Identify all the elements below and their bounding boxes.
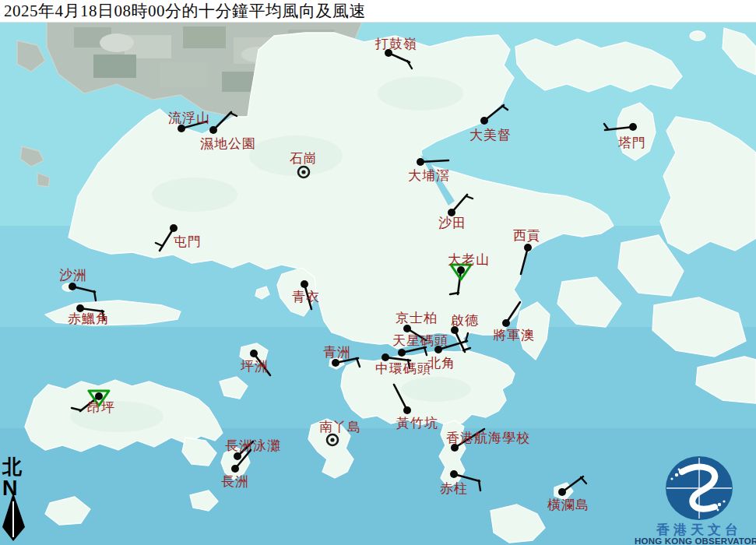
station-label: 沙洲 bbox=[59, 267, 87, 283]
station-dot bbox=[558, 488, 566, 496]
station-label: 坪洲 bbox=[241, 358, 269, 374]
station-label: 將軍澳 bbox=[493, 327, 535, 343]
station-label: 西貢 bbox=[513, 227, 541, 243]
station-label: 大美督 bbox=[469, 127, 512, 142]
map-title: 2025年4月18日08時00分的十分鐘平均風向及風速 bbox=[0, 0, 756, 22]
station-label: 長洲 bbox=[221, 473, 249, 489]
station-label: 赤鱲角 bbox=[68, 311, 110, 326]
station-label: 北角 bbox=[427, 355, 455, 371]
hong-kong-map[interactable]: 打鼓嶺流浮山濕地公園石崗大美督塔門大埔滘沙田屯門西貢沙洲大老山赤鱲角青衣京士柏啟… bbox=[0, 0, 756, 545]
station-label: 香港航海學校 bbox=[446, 430, 530, 445]
station-label: 昂坪 bbox=[87, 399, 115, 415]
station-dot bbox=[69, 283, 76, 290]
station-dot bbox=[332, 359, 339, 367]
station-label: 橫瀾島 bbox=[547, 497, 589, 512]
station-label: 流浮山 bbox=[168, 110, 210, 125]
north-label-n: N bbox=[2, 476, 18, 500]
station-label: 屯門 bbox=[174, 234, 202, 249]
station-label: 赤柱 bbox=[440, 480, 468, 496]
station-dot bbox=[480, 117, 488, 125]
station-label: 沙田 bbox=[438, 215, 466, 230]
station-label: 長洲泳灘 bbox=[225, 438, 281, 453]
station-label: 南丫島 bbox=[319, 419, 361, 434]
station-dot bbox=[629, 123, 637, 131]
station-label: 黃竹坑 bbox=[396, 415, 438, 431]
station-dot bbox=[250, 350, 258, 357]
north-label-zh: 北 bbox=[2, 455, 23, 478]
station-label: 青衣 bbox=[292, 289, 320, 304]
station-label: 塔門 bbox=[617, 135, 646, 150]
station-dot bbox=[434, 346, 442, 353]
station-label: 天星碼頭 bbox=[392, 332, 448, 348]
station-label: 大老山 bbox=[448, 251, 490, 267]
station-dot bbox=[417, 158, 424, 166]
station-dot bbox=[170, 224, 178, 232]
wind-map-screen: 打鼓嶺流浮山濕地公園石崗大美督塔門大埔滘沙田屯門西貢沙洲大老山赤鱲角青衣京士柏啟… bbox=[0, 0, 756, 545]
station-dot bbox=[403, 325, 411, 332]
station-dot bbox=[524, 244, 532, 251]
station-dot bbox=[178, 125, 185, 132]
title-bar: 2025年4月18日08時00分的十分鐘平均風向及風速 bbox=[0, 0, 756, 23]
station-dot bbox=[403, 406, 411, 414]
station-label: 啟德 bbox=[451, 312, 479, 328]
station-dot bbox=[231, 465, 239, 473]
station-label: 打鼓嶺 bbox=[374, 36, 417, 51]
station-label: 石崗 bbox=[290, 150, 318, 166]
logo-text-zh: 香港天文台 bbox=[656, 522, 742, 537]
station-label: 中環碼頭 bbox=[375, 360, 431, 376]
station-dot bbox=[234, 452, 241, 460]
logo-text-en: HONG KONG OBSERVATORY bbox=[635, 536, 756, 545]
station-dot bbox=[450, 470, 458, 478]
calm-symbol-dot bbox=[301, 170, 305, 174]
station-dot bbox=[457, 266, 465, 274]
calm-symbol-dot bbox=[330, 438, 334, 441]
station-label: 京士柏 bbox=[396, 310, 438, 325]
station-label: 濕地公園 bbox=[200, 135, 256, 151]
station-dot bbox=[209, 126, 217, 134]
station-dot bbox=[398, 349, 406, 357]
station-dot bbox=[301, 280, 308, 288]
station-dot bbox=[502, 319, 510, 327]
station-label: 大埔滘 bbox=[408, 167, 450, 183]
station-label: 青洲 bbox=[323, 344, 351, 360]
